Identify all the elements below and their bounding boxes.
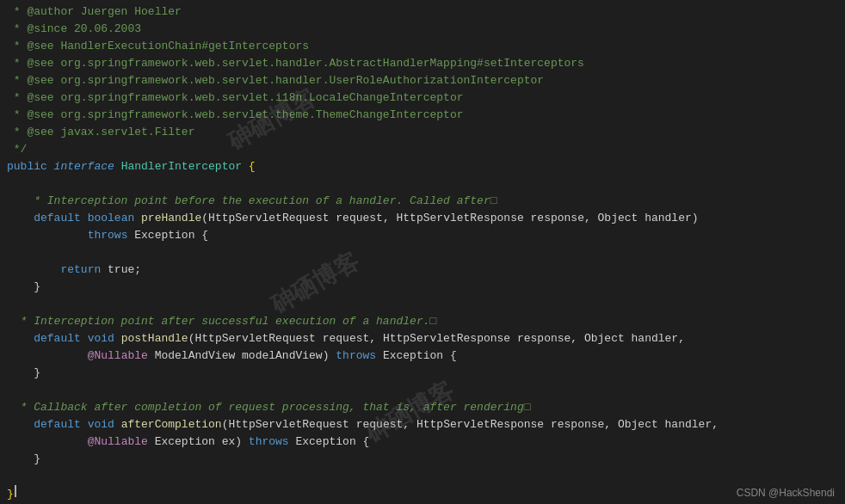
code-text: * @since 20.06.2003 [7,21,141,38]
keyword-throws2: throws [336,347,383,365]
return-value: true; [108,261,141,279]
code-text: * @see javax.servlet.Filter [7,124,194,141]
code-line-aftercompletion-2: @Nullable Exception ex) throws Exception… [0,433,845,451]
exception-text2: Exception { [383,347,457,365]
exception-text3: Exception { [295,433,369,451]
comment-aftercompletion: * Callback after completion of request p… [7,399,531,416]
footer-text: CSDN @HackShendi [737,487,835,499]
close-brace-3: } [7,451,40,468]
indent2 [7,227,88,244]
code-line-blank4 [0,382,845,399]
code-line-interface: public interface HandlerInterceptor { [0,158,845,175]
close-brace-2: } [7,365,40,382]
interface-name: HandlerInterceptor [121,158,249,175]
indent3 [7,261,60,279]
code-line: * @see javax.servlet.Filter [0,124,845,141]
code-line-blank [0,175,845,193]
indent5 [7,347,88,365]
keyword-throws3: throws [249,433,296,451]
code-line-throws1: throws Exception { [0,227,845,244]
final-close-brace: } [7,486,14,503]
keyword-public: public [7,158,54,175]
code-line-close2: } [0,365,845,382]
method-aftercompletion: afterCompletion [121,416,222,433]
annotation-nullable2: @Nullable [88,433,155,451]
keyword-void2: void [88,416,121,433]
params-prehandle: (HttpServletRequest request, HttpServlet… [201,210,698,227]
code-text: * @see org.springframework.web.servlet.h… [7,72,544,89]
exception-text: Exception { [134,227,208,244]
code-text: * @see org.springframework.web.servlet.i… [7,89,464,107]
code-line: */ [0,141,845,158]
code-line: * @see org.springframework.web.servlet.i… [0,89,845,107]
exception-param: Exception ex) [155,433,249,451]
code-editor: 砷硒博客 砷硒博客 砷硒博客 * @author Juergen Hoeller… [0,0,845,504]
indent4 [7,330,34,347]
code-line: * @see org.springframework.web.servlet.h… [0,72,845,89]
code-text: * @see org.springframework.web.servlet.h… [7,55,584,72]
close-brace-1: } [7,279,40,296]
code-line-prehandle: default boolean preHandle(HttpServletReq… [0,210,845,227]
code-text: * @see org.springframework.web.servlet.t… [7,107,464,124]
code-text: */ [7,141,27,158]
code-line: * @author Juergen Hoeller [0,3,845,21]
code-line-final: } [0,485,845,503]
code-line-blank5 [0,468,845,485]
code-line-comment3: * Callback after completion of request p… [0,399,845,416]
code-line-blank3 [0,296,845,313]
keyword-default: default [34,210,87,227]
params-aftercompletion: (HttpServletRequest request, HttpServlet… [222,416,719,433]
code-text: * @author Juergen Hoeller [7,3,182,21]
code-line-close1: } [0,279,845,296]
indent [7,210,34,227]
code-line: * @see org.springframework.web.servlet.t… [0,107,845,124]
keyword-default3: default [34,416,87,433]
code-line-posthandle-2: @Nullable ModelAndView modelAndView) thr… [0,347,845,365]
code-line: * @since 20.06.2003 [0,21,845,38]
code-line-comment2: * Interception point after successful ex… [0,313,845,330]
keyword-return: return [60,261,108,279]
modelandview-param: ModelAndView modelAndView) [155,347,336,365]
code-text: * @see HandlerExecutionChain#getIntercep… [7,38,309,55]
params-posthandle: (HttpServletRequest request, HttpServlet… [188,330,685,347]
code-line-aftercompletion: default void afterCompletion(HttpServlet… [0,416,845,433]
keyword-throws: throws [88,227,135,244]
keyword-interface: interface [54,158,121,175]
keyword-void: void [88,330,121,347]
annotation-nullable1: @Nullable [88,347,155,365]
code-line: * @see org.springframework.web.servlet.h… [0,55,845,72]
code-line-posthandle: default void postHandle(HttpServletReque… [0,330,845,347]
keyword-boolean: boolean [88,210,141,227]
text-cursor [15,485,16,497]
keyword-default2: default [34,330,87,347]
code-line-close3: } [0,451,845,468]
comment-prehandle: * Interception point before the executio… [7,193,497,210]
comment-posthandle: * Interception point after successful ex… [7,313,436,330]
code-line-comment1: * Interception point before the executio… [0,193,845,210]
method-posthandle: postHandle [121,330,188,347]
method-prehandle: preHandle [141,210,201,227]
indent7 [7,433,88,451]
code-line: * @see HandlerExecutionChain#getIntercep… [0,38,845,55]
open-brace: { [249,158,256,175]
indent6 [7,416,34,433]
footer: CSDN @HackShendi [737,487,835,499]
code-line-return: return true; [0,261,845,279]
code-line-blank2 [0,244,845,261]
